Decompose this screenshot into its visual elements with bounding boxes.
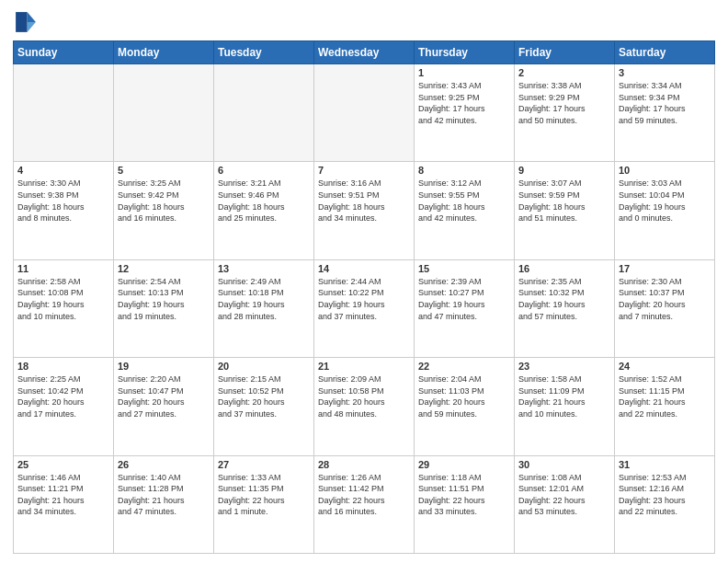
- day-cell: 25Sunrise: 1:46 AM Sunset: 11:21 PM Dayl…: [14, 455, 114, 553]
- calendar-table: SundayMondayTuesdayWednesdayThursdayFrid…: [13, 40, 715, 554]
- day-number: 25: [17, 459, 109, 470]
- day-number: 9: [518, 165, 610, 176]
- day-cell: 2Sunrise: 3:38 AM Sunset: 9:29 PM Daylig…: [515, 64, 615, 162]
- logo: [13, 9, 42, 35]
- day-number: 31: [619, 459, 711, 470]
- day-info: Sunrise: 1:33 AM Sunset: 11:35 PM Daylig…: [218, 472, 310, 518]
- day-number: 8: [418, 165, 510, 176]
- day-number: 29: [418, 459, 510, 470]
- day-number: 16: [518, 263, 610, 274]
- day-cell: 27Sunrise: 1:33 AM Sunset: 11:35 PM Dayl…: [214, 455, 314, 553]
- day-info: Sunrise: 1:18 AM Sunset: 11:51 PM Daylig…: [418, 472, 510, 518]
- day-info: Sunrise: 3:12 AM Sunset: 9:55 PM Dayligh…: [418, 178, 510, 224]
- day-info: Sunrise: 2:54 AM Sunset: 10:13 PM Daylig…: [118, 276, 210, 322]
- day-info: Sunrise: 1:40 AM Sunset: 11:28 PM Daylig…: [118, 472, 210, 518]
- day-number: 18: [17, 361, 109, 372]
- day-cell: 20Sunrise: 2:15 AM Sunset: 10:52 PM Dayl…: [214, 358, 314, 455]
- day-number: 7: [318, 165, 410, 176]
- day-cell: 26Sunrise: 1:40 AM Sunset: 11:28 PM Dayl…: [114, 455, 214, 553]
- day-number: 4: [17, 165, 109, 176]
- day-number: 28: [318, 459, 410, 470]
- day-cell: 21Sunrise: 2:09 AM Sunset: 10:58 PM Dayl…: [314, 358, 415, 455]
- day-info: Sunrise: 1:26 AM Sunset: 11:42 PM Daylig…: [318, 472, 410, 518]
- day-info: Sunrise: 3:21 AM Sunset: 9:46 PM Dayligh…: [218, 178, 310, 224]
- day-cell: [114, 64, 214, 162]
- day-cell: 29Sunrise: 1:18 AM Sunset: 11:51 PM Dayl…: [415, 455, 515, 553]
- day-info: Sunrise: 12:53 AM Sunset: 12:16 AM Dayli…: [619, 472, 711, 518]
- day-number: 3: [619, 67, 711, 78]
- day-number: 12: [118, 263, 210, 274]
- day-number: 22: [418, 361, 510, 372]
- week-row-1: 1Sunrise: 3:43 AM Sunset: 9:25 PM Daylig…: [14, 64, 715, 162]
- day-info: Sunrise: 2:20 AM Sunset: 10:47 PM Daylig…: [118, 373, 210, 419]
- day-header-thursday: Thursday: [415, 41, 515, 64]
- day-number: 5: [118, 165, 210, 176]
- page: SundayMondayTuesdayWednesdayThursdayFrid…: [0, 0, 728, 563]
- svg-marker-1: [28, 22, 36, 32]
- day-number: 27: [218, 459, 310, 470]
- day-number: 11: [17, 263, 109, 274]
- day-info: Sunrise: 1:58 AM Sunset: 11:09 PM Daylig…: [518, 373, 610, 419]
- day-info: Sunrise: 2:44 AM Sunset: 10:22 PM Daylig…: [318, 276, 410, 322]
- day-number: 2: [518, 67, 610, 78]
- day-cell: 31Sunrise: 12:53 AM Sunset: 12:16 AM Day…: [615, 455, 715, 553]
- day-cell: 24Sunrise: 1:52 AM Sunset: 11:15 PM Dayl…: [615, 358, 715, 455]
- day-number: 26: [118, 459, 210, 470]
- day-header-sunday: Sunday: [14, 41, 114, 64]
- week-row-3: 11Sunrise: 2:58 AM Sunset: 10:08 PM Dayl…: [14, 259, 715, 357]
- day-number: 21: [318, 361, 410, 372]
- day-info: Sunrise: 2:58 AM Sunset: 10:08 PM Daylig…: [17, 276, 109, 322]
- day-info: Sunrise: 2:25 AM Sunset: 10:42 PM Daylig…: [17, 373, 109, 419]
- day-cell: 10Sunrise: 3:03 AM Sunset: 10:04 PM Dayl…: [615, 162, 715, 259]
- week-row-2: 4Sunrise: 3:30 AM Sunset: 9:38 PM Daylig…: [14, 162, 715, 259]
- day-info: Sunrise: 3:38 AM Sunset: 9:29 PM Dayligh…: [518, 80, 610, 126]
- day-info: Sunrise: 1:08 AM Sunset: 12:01 AM Daylig…: [518, 472, 610, 518]
- day-cell: 18Sunrise: 2:25 AM Sunset: 10:42 PM Dayl…: [14, 358, 114, 455]
- day-cell: 30Sunrise: 1:08 AM Sunset: 12:01 AM Dayl…: [515, 455, 615, 553]
- header: [13, 9, 715, 35]
- day-cell: 28Sunrise: 1:26 AM Sunset: 11:42 PM Dayl…: [314, 455, 415, 553]
- logo-icon: [13, 9, 39, 35]
- day-header-friday: Friday: [515, 41, 615, 64]
- header-row: SundayMondayTuesdayWednesdayThursdayFrid…: [14, 41, 715, 64]
- day-number: 10: [619, 165, 711, 176]
- day-cell: 11Sunrise: 2:58 AM Sunset: 10:08 PM Dayl…: [14, 259, 114, 357]
- day-info: Sunrise: 3:16 AM Sunset: 9:51 PM Dayligh…: [318, 178, 410, 224]
- day-info: Sunrise: 2:04 AM Sunset: 11:03 PM Daylig…: [418, 373, 510, 419]
- day-info: Sunrise: 3:07 AM Sunset: 9:59 PM Dayligh…: [518, 178, 610, 224]
- day-cell: 5Sunrise: 3:25 AM Sunset: 9:42 PM Daylig…: [114, 162, 214, 259]
- day-info: Sunrise: 2:30 AM Sunset: 10:37 PM Daylig…: [619, 276, 711, 322]
- day-info: Sunrise: 3:43 AM Sunset: 9:25 PM Dayligh…: [418, 80, 510, 126]
- day-number: 19: [118, 361, 210, 372]
- day-info: Sunrise: 2:35 AM Sunset: 10:32 PM Daylig…: [518, 276, 610, 322]
- svg-marker-0: [28, 12, 36, 22]
- day-cell: 22Sunrise: 2:04 AM Sunset: 11:03 PM Dayl…: [415, 358, 515, 455]
- day-cell: 7Sunrise: 3:16 AM Sunset: 9:51 PM Daylig…: [314, 162, 415, 259]
- day-number: 1: [418, 67, 510, 78]
- day-number: 15: [418, 263, 510, 274]
- day-info: Sunrise: 3:25 AM Sunset: 9:42 PM Dayligh…: [118, 178, 210, 224]
- week-row-4: 18Sunrise: 2:25 AM Sunset: 10:42 PM Dayl…: [14, 358, 715, 455]
- day-header-saturday: Saturday: [615, 41, 715, 64]
- day-cell: 16Sunrise: 2:35 AM Sunset: 10:32 PM Dayl…: [515, 259, 615, 357]
- day-cell: 14Sunrise: 2:44 AM Sunset: 10:22 PM Dayl…: [314, 259, 415, 357]
- day-cell: 23Sunrise: 1:58 AM Sunset: 11:09 PM Dayl…: [515, 358, 615, 455]
- day-cell: 9Sunrise: 3:07 AM Sunset: 9:59 PM Daylig…: [515, 162, 615, 259]
- week-row-5: 25Sunrise: 1:46 AM Sunset: 11:21 PM Dayl…: [14, 455, 715, 553]
- day-number: 24: [619, 361, 711, 372]
- day-header-monday: Monday: [114, 41, 214, 64]
- day-info: Sunrise: 2:49 AM Sunset: 10:18 PM Daylig…: [218, 276, 310, 322]
- day-number: 20: [218, 361, 310, 372]
- day-header-wednesday: Wednesday: [314, 41, 415, 64]
- day-cell: 15Sunrise: 2:39 AM Sunset: 10:27 PM Dayl…: [415, 259, 515, 357]
- day-cell: 3Sunrise: 3:34 AM Sunset: 9:34 PM Daylig…: [615, 64, 715, 162]
- day-number: 17: [619, 263, 711, 274]
- day-number: 14: [318, 263, 410, 274]
- day-cell: 8Sunrise: 3:12 AM Sunset: 9:55 PM Daylig…: [415, 162, 515, 259]
- svg-rect-2: [16, 12, 27, 32]
- day-info: Sunrise: 2:39 AM Sunset: 10:27 PM Daylig…: [418, 276, 510, 322]
- day-info: Sunrise: 3:30 AM Sunset: 9:38 PM Dayligh…: [17, 178, 109, 224]
- day-cell: [314, 64, 415, 162]
- day-info: Sunrise: 1:52 AM Sunset: 11:15 PM Daylig…: [619, 373, 711, 419]
- day-cell: 17Sunrise: 2:30 AM Sunset: 10:37 PM Dayl…: [615, 259, 715, 357]
